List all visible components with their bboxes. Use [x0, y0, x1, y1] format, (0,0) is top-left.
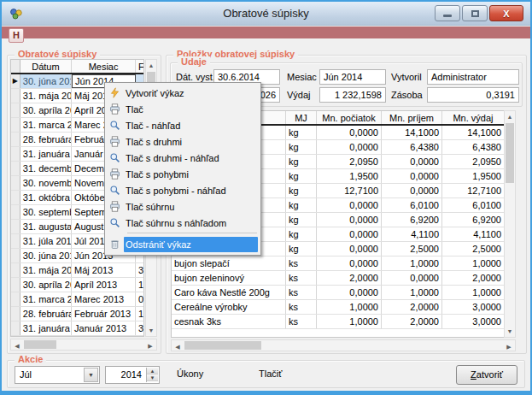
close-button[interactable]: X [489, 5, 523, 21]
grid-vscrollbar[interactable]: ▲ ▼ [504, 110, 516, 338]
cell-prijem[interactable]: 6,4380 [382, 140, 442, 154]
table-row[interactable]: 31. januára 2013Január 20133 [11, 321, 143, 336]
cell-vydaj[interactable]: 3,0000 [442, 300, 504, 314]
cell-datum[interactable]: 31. marca 2013 [20, 292, 72, 306]
cell-f[interactable]: 1 [136, 278, 143, 292]
cell-datum[interactable]: 31. marca 2014 [20, 118, 72, 132]
cell-datum[interactable]: 31. júla 2013 [20, 234, 72, 248]
maximize-button[interactable] [462, 5, 488, 21]
cell-prijem[interactable]: 4,1100 [382, 227, 442, 241]
cell-nazov[interactable]: bujon zeleninový [172, 271, 286, 285]
cell-mj[interactable]: kg [286, 126, 317, 139]
table-row[interactable]: Caro káva Nestlé 200gks0,00001,00001,000… [172, 286, 515, 300]
cell-mesiac[interactable]: Január 2013 [72, 321, 136, 335]
scroll-down-icon[interactable]: ▼ [505, 328, 515, 334]
cell-mj[interactable]: kg [286, 242, 317, 256]
scroll-left-icon[interactable]: ◀ [14, 343, 20, 350]
scroll-left-icon[interactable]: ◀ [174, 344, 181, 351]
row-marker[interactable] [11, 321, 20, 335]
cell-f[interactable]: 3 [136, 321, 143, 335]
cell-mj[interactable]: kg [286, 198, 317, 212]
cell-mj[interactable]: ks [286, 271, 317, 285]
cell-mj[interactable]: kg [286, 184, 317, 198]
prijem-column-header[interactable]: Mn. príjem [382, 111, 442, 124]
chevron-down-icon[interactable]: ▼ [84, 368, 98, 382]
months-hscrollbar-thumb[interactable] [24, 340, 56, 349]
cell-vydaj[interactable]: 6,0100 [442, 198, 504, 212]
zasoba-field[interactable]: 0,3191 [427, 87, 519, 103]
row-marker[interactable] [11, 162, 20, 175]
f-column-header[interactable]: F [136, 60, 143, 73]
cell-datum[interactable]: 28. februára 2013 [20, 307, 72, 321]
cell-datum[interactable]: 30. apríla 2014 [20, 103, 72, 117]
row-marker[interactable] [11, 220, 20, 233]
grid-hscrollbar-thumb[interactable] [184, 341, 261, 350]
cell-f[interactable]: 1 [136, 307, 143, 321]
menu-item[interactable]: Odstrániť výkaz [105, 235, 260, 253]
cell-poc[interactable]: 2,0950 [317, 155, 382, 168]
row-marker[interactable] [11, 176, 20, 190]
cell-mj[interactable]: ks [286, 256, 317, 270]
cell-datum[interactable]: 30. júna 2014 [20, 74, 72, 88]
row-marker[interactable] [11, 249, 20, 262]
cell-prijem[interactable]: 0,0000 [382, 169, 442, 183]
cell-prijem[interactable]: 0,0000 [382, 184, 442, 198]
cell-datum[interactable]: 30. júna 2013 [20, 249, 72, 262]
row-marker[interactable] [11, 307, 20, 321]
menu-item[interactable]: Tlač súhrnu s náhľadom [105, 215, 260, 231]
cell-mj[interactable]: kg [286, 140, 317, 154]
menu-item[interactable]: Tlač - náhľad [105, 117, 260, 133]
cell-mesiac[interactable]: Marec 2013 [72, 292, 136, 306]
zatvorit-button[interactable]: Zatvoriť [456, 365, 517, 385]
table-row[interactable]: cesnak 3ksks1,00002,00003,0000 [172, 315, 515, 329]
spin-down-icon[interactable]: ▼ [147, 374, 158, 381]
menu-item[interactable]: Tlač [105, 101, 260, 117]
spin-up-icon[interactable]: ▲ [147, 368, 158, 374]
cell-datum[interactable]: 31. augusta 2013 [20, 220, 72, 233]
cell-vydaj[interactable]: 2,5000 [442, 242, 504, 256]
menu-item[interactable]: Tlač s druhmi - náhľad [105, 150, 260, 166]
grid-vscrollbar-thumb[interactable] [506, 123, 514, 183]
row-marker[interactable] [11, 191, 20, 204]
poc-column-header[interactable]: Mn. počiatok [317, 111, 382, 124]
table-row[interactable]: 31. mája 2013Máj 20133 [11, 263, 143, 278]
months-hscrollbar[interactable]: ◀ ▶ [10, 339, 157, 351]
cell-vydaj[interactable]: 1,0000 [442, 256, 504, 270]
cell-vydaj[interactable]: 1,9500 [442, 169, 504, 183]
row-marker[interactable] [11, 263, 20, 277]
vytvoril-field[interactable]: Administrator [427, 69, 519, 85]
cell-prijem[interactable]: 2,5000 [382, 242, 442, 256]
datum-column-header[interactable]: Dátum [20, 60, 72, 73]
scroll-right-icon[interactable]: ▶ [147, 343, 154, 350]
row-marker[interactable] [11, 89, 20, 103]
cell-datum[interactable]: 30. novembra 2013 [20, 176, 72, 190]
cell-f[interactable]: 3 [136, 263, 143, 277]
row-marker[interactable] [11, 147, 20, 161]
scroll-right-icon[interactable]: ▶ [506, 344, 512, 351]
cell-mj[interactable]: ks [286, 286, 317, 299]
menu-item[interactable]: Tlač s pohybmi [105, 166, 260, 182]
cell-poc[interactable]: 0,0000 [317, 227, 382, 241]
table-row[interactable]: 30. apríla 2013Apríl 20131 [11, 278, 143, 292]
cell-prijem[interactable]: 6,0100 [382, 198, 442, 212]
cell-vydaj[interactable]: 3,0000 [442, 315, 504, 328]
scroll-down-icon[interactable]: ▼ [146, 327, 156, 333]
row-marker[interactable] [11, 292, 20, 306]
cell-datum[interactable]: 28. februára 2014 [20, 133, 72, 146]
month-dropdown[interactable]: Júl ▼ [15, 366, 100, 384]
cell-poc[interactable]: 0,0000 [317, 140, 382, 154]
cell-poc[interactable]: 1,0000 [317, 315, 382, 328]
table-row[interactable]: 28. februára 2013Február 20131 [11, 307, 143, 321]
cell-mesiac[interactable]: Február 2013 [72, 307, 136, 321]
cell-poc[interactable]: 0,0000 [317, 198, 382, 212]
cell-vydaj[interactable]: 1,0000 [442, 286, 504, 299]
h-toolbar-button[interactable]: H [9, 28, 24, 43]
cell-prijem[interactable]: 0,0000 [382, 271, 442, 285]
cell-mj[interactable]: kg [286, 169, 317, 183]
cell-poc[interactable]: 0,0000 [317, 256, 382, 270]
cell-datum[interactable]: 30. apríla 2013 [20, 278, 72, 292]
cell-poc[interactable]: 1,9500 [317, 169, 382, 183]
vydaj-field[interactable]: 1 232,1598 [319, 87, 386, 103]
cell-vydaj[interactable]: 6,4380 [442, 140, 504, 154]
cell-mesiac[interactable]: Apríl 2013 [72, 278, 136, 292]
